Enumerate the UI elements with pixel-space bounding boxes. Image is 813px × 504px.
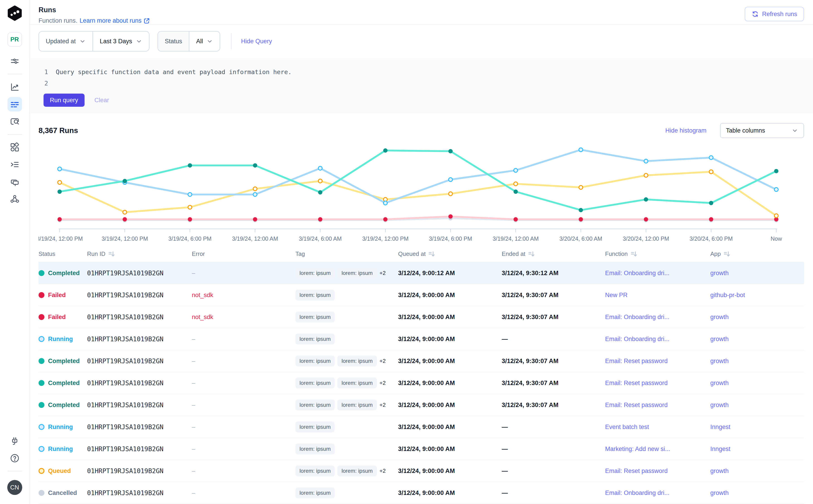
status-dot	[39, 358, 44, 364]
sidebar-item-events[interactable]	[7, 157, 22, 172]
status-dot	[39, 270, 44, 276]
tag-cell: lorem: ipsum	[295, 422, 398, 432]
status-filter-select[interactable]: All	[189, 31, 220, 51]
line-number: 1	[29, 66, 56, 78]
user-avatar[interactable]: CN	[7, 480, 22, 495]
app-cell: growth	[710, 380, 804, 387]
table-row[interactable]: Cancelled 01HRPT19RJSA1019B2GN – lorem: …	[39, 482, 804, 504]
tag-cell: lorem: ipsum	[295, 290, 398, 300]
app-link[interactable]: Inngest	[710, 424, 731, 430]
hide-histogram-link[interactable]: Hide histogram	[665, 127, 706, 134]
ended-at-cell: 3/12/24, 9:30:12 AM	[502, 270, 605, 277]
tag-chip: lorem: ipsum	[295, 356, 334, 366]
run-id-cell: 01HRPT19RJSA1019B2GN	[87, 445, 192, 453]
page-title: Runs	[39, 6, 804, 14]
function-link[interactable]: Email: Onboarding dri...	[605, 314, 670, 320]
filters-divider	[231, 33, 231, 49]
inngest-logo-icon[interactable]	[7, 5, 22, 21]
table-row[interactable]: Queued 01HRPT19RJSA1019B2GN – lorem: ips…	[39, 460, 804, 482]
function-link[interactable]: Marketing: Add new si...	[605, 446, 670, 452]
function-link[interactable]: Email: Reset password	[605, 402, 668, 408]
workspace-badge[interactable]: PR	[7, 32, 22, 47]
table-row[interactable]: Running 01HRPT19RJSA1019B2GN – lorem: ip…	[39, 438, 804, 460]
run-id-cell: 01HRPT19RJSA1019B2GN	[87, 467, 192, 475]
refresh-icon	[752, 10, 759, 18]
sidebar-item-functions[interactable]	[7, 174, 22, 189]
plug-icon	[10, 436, 20, 446]
app-link[interactable]: growth	[710, 270, 729, 276]
run-id-cell: 01HRPT19RJSA1019B2GN	[87, 335, 192, 343]
function-link[interactable]: Email: Reset password	[605, 380, 668, 386]
time-range-select[interactable]: Last 3 Days	[92, 31, 149, 51]
sidebar-item-webhooks[interactable]	[7, 192, 22, 206]
app-root: PR	[0, 0, 813, 504]
table-row[interactable]: Failed 01HRPT19RJSA1019B2GN not_sdk lore…	[39, 284, 804, 306]
error-cell: –	[192, 424, 295, 431]
app-link[interactable]: Inngest	[710, 446, 731, 452]
functions-windows-icon	[10, 177, 20, 187]
status-label: Completed	[48, 380, 80, 387]
column-header-ended-at[interactable]: Ended at	[502, 250, 605, 258]
table-row[interactable]: Completed 01HRPT19RJSA1019B2GN – lorem: …	[39, 262, 804, 284]
refresh-runs-button[interactable]: Refresh runs	[745, 7, 804, 21]
svg-text:Now: Now	[771, 235, 782, 242]
app-link[interactable]: growth	[710, 336, 729, 342]
function-link[interactable]: Email: Reset password	[605, 358, 668, 364]
status-label: Queued	[48, 468, 71, 475]
query-editor[interactable]: 1 Query specific function data and event…	[29, 58, 813, 114]
sidebar-item-integrations[interactable]	[7, 434, 22, 448]
function-cell: Email: Onboarding dri...	[605, 489, 710, 497]
column-header-function[interactable]: Function	[605, 250, 710, 258]
tag-chip: lorem: ipsum	[337, 400, 376, 410]
table-row[interactable]: Completed 01HRPT19RJSA1019B2GN – lorem: …	[39, 350, 804, 372]
app-link[interactable]: growth	[710, 468, 729, 474]
main-content: Runs Function runs. Learn more about run…	[29, 0, 813, 504]
column-label: Run ID	[87, 250, 105, 257]
sidebar-item-filters[interactable]	[7, 54, 22, 68]
app-link[interactable]: growth	[710, 314, 729, 320]
tag-cell: lorem: ipsumlorem: ipsum +2	[295, 378, 398, 388]
sidebar-item-apps[interactable]	[7, 140, 22, 155]
app-link[interactable]: growth	[710, 489, 729, 496]
column-header-app[interactable]: App	[710, 250, 804, 258]
run-query-button[interactable]: Run query	[44, 94, 85, 107]
column-header-queued-at[interactable]: Queued at	[398, 250, 502, 258]
table-row[interactable]: Running 01HRPT19RJSA1019B2GN – lorem: ip…	[39, 328, 804, 350]
function-link[interactable]: Email: Reset password	[605, 468, 668, 474]
function-link[interactable]: Event batch test	[605, 424, 649, 430]
svg-text:3/19/24, 12:00 PM: 3/19/24, 12:00 PM	[102, 235, 148, 242]
sidebar-item-metrics[interactable]	[7, 80, 22, 94]
table-row[interactable]: Completed 01HRPT19RJSA1019B2GN – lorem: …	[39, 394, 804, 416]
sort-field-select[interactable]: Updated at	[39, 31, 92, 51]
function-link[interactable]: Email: Onboarding dri...	[605, 270, 670, 276]
app-link[interactable]: growth	[710, 380, 729, 386]
tag-more-count: +2	[379, 380, 385, 386]
app-link[interactable]: growth	[710, 402, 729, 408]
tag-cell: lorem: ipsum	[295, 487, 398, 498]
app-link[interactable]: growth	[710, 358, 729, 364]
status-dot	[39, 314, 44, 320]
learn-more-label: Learn more about runs	[80, 17, 141, 24]
run-id-cell: 01HRPT19RJSA1019B2GN	[87, 401, 192, 409]
status-label: Failed	[48, 314, 66, 321]
table-row[interactable]: Completed 01HRPT19RJSA1019B2GN – lorem: …	[39, 372, 804, 394]
filters-bar: Updated at Last 3 Days Status All	[29, 25, 813, 58]
results-bar: 8,367 Runs Hide histogram Table columns	[29, 114, 813, 140]
clear-query-button[interactable]: Clear	[95, 97, 109, 104]
sidebar-item-runs[interactable]	[7, 97, 22, 111]
table-row[interactable]: Failed 01HRPT19RJSA1019B2GN not_sdk lore…	[39, 306, 804, 328]
table-columns-select[interactable]: Table columns	[720, 123, 804, 138]
chevron-down-icon	[206, 38, 213, 44]
function-link[interactable]: New PR	[605, 292, 628, 298]
column-header-run-id[interactable]: Run ID	[87, 250, 192, 258]
sidebar-item-traces[interactable]	[7, 114, 22, 129]
learn-more-link[interactable]: Learn more about runs	[80, 17, 150, 24]
sort-icon	[428, 250, 436, 258]
app-link[interactable]: github-pr-bot	[710, 292, 745, 298]
hide-query-link[interactable]: Hide Query	[241, 38, 272, 45]
svg-text:3/19/24, 12:00 PM: 3/19/24, 12:00 PM	[39, 235, 83, 242]
sidebar-item-help[interactable]	[7, 451, 22, 465]
table-row[interactable]: Running 01HRPT19RJSA1019B2GN – lorem: ip…	[39, 416, 804, 438]
function-link[interactable]: Email: Onboarding dri...	[605, 489, 670, 496]
function-link[interactable]: Email: Onboarding dri...	[605, 336, 670, 342]
